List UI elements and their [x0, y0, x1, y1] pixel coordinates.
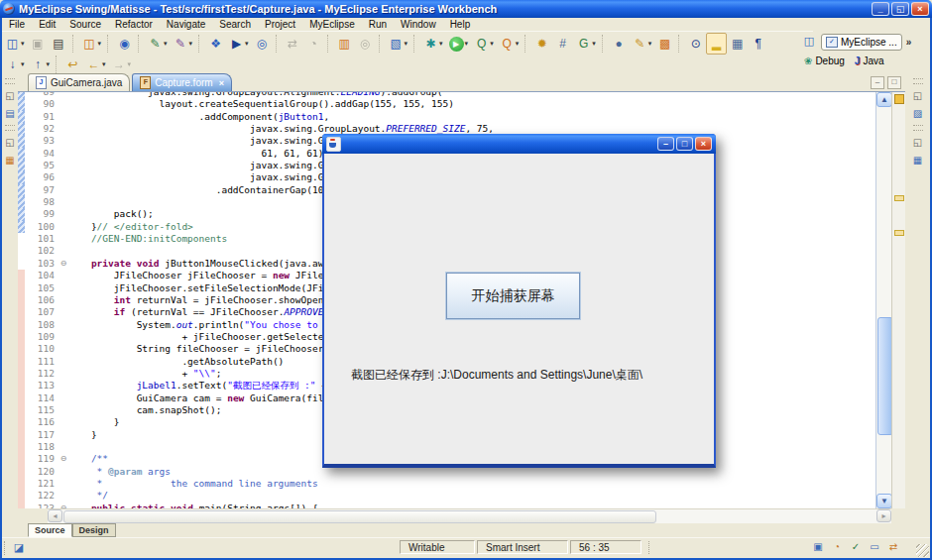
run-on-server-button[interactable]: ▶▾: [226, 33, 252, 55]
forward-button[interactable]: →▾: [109, 54, 135, 75]
hierarchy-view-button[interactable]: ▦: [3, 154, 17, 167]
new-interface-button[interactable]: ✎▾: [171, 33, 196, 55]
dropdown-arrow-icon[interactable]: ▾: [592, 40, 596, 48]
outline-view-button[interactable]: ▤: [3, 107, 17, 120]
highlight-toggle-button[interactable]: ▂: [706, 33, 727, 55]
show-whitespace-button[interactable]: ¶: [748, 33, 768, 55]
tab-design[interactable]: Design: [72, 523, 116, 537]
properties-view-button[interactable]: ▦: [911, 154, 925, 167]
search-button[interactable]: ⊙: [685, 33, 706, 55]
maximize-editor-button[interactable]: □: [887, 76, 901, 89]
annotate-button[interactable]: ✎▾: [630, 33, 655, 55]
menu-search[interactable]: Search: [212, 19, 258, 30]
tab-guicamera-java[interactable]: JGuiCamera.java: [28, 73, 130, 91]
dropdown-arrow-icon[interactable]: ▾: [189, 40, 193, 48]
rail-grip[interactable]: [913, 125, 923, 131]
dropdown-arrow-icon[interactable]: ▾: [164, 40, 168, 48]
menu-help[interactable]: Help: [443, 19, 478, 30]
start-capture-button[interactable]: 开始捕获屏幕: [446, 273, 580, 319]
palette-view-button[interactable]: ▨: [911, 107, 925, 120]
web-browser-button[interactable]: ◎: [252, 33, 273, 55]
back-button[interactable]: ←▾: [83, 54, 109, 75]
dropdown-arrow-icon[interactable]: ▾: [98, 40, 102, 48]
menu-run[interactable]: Run: [362, 19, 394, 30]
console-icon[interactable]: ▣: [811, 540, 825, 554]
next-annotation-button[interactable]: ↓▾: [2, 54, 28, 75]
restore-button[interactable]: ◱: [891, 2, 909, 16]
perspective-java[interactable]: JJava: [852, 56, 887, 66]
close-tab-icon[interactable]: ×: [219, 78, 224, 88]
dropdown-arrow-icon[interactable]: ▾: [405, 40, 408, 48]
vertical-scrollbar[interactable]: ▲ ▼: [875, 92, 892, 508]
lamp-button[interactable]: ✹: [531, 33, 552, 55]
dropdown-arrow-icon[interactable]: ▾: [465, 40, 469, 48]
open-perspective-button[interactable]: ◫: [801, 35, 817, 50]
fold-marker-icon[interactable]: ⊖: [58, 258, 68, 270]
open-type-button[interactable]: ●: [609, 33, 630, 55]
dropdown-arrow-icon[interactable]: ▾: [21, 40, 25, 48]
menu-navigate[interactable]: Navigate: [160, 19, 212, 30]
overview-ruler[interactable]: [891, 92, 905, 508]
myeclipse-browser-button[interactable]: ◉: [114, 33, 135, 55]
fold-marker-icon[interactable]: ⊖: [58, 453, 68, 465]
sync-button[interactable]: ⇄: [283, 33, 303, 55]
fast-view-restore-button-2[interactable]: ◱: [3, 136, 17, 149]
fast-view-toggle-icon[interactable]: ◪: [12, 540, 26, 554]
scroll-down-icon[interactable]: ▼: [876, 494, 892, 508]
external-tools-button[interactable]: ✱▾: [420, 33, 446, 55]
menu-project[interactable]: Project: [258, 19, 302, 30]
dropdown-arrow-icon[interactable]: ▾: [490, 40, 494, 48]
dropdown-arrow-icon[interactable]: ▾: [245, 40, 249, 48]
dropdown-arrow-icon[interactable]: ▾: [102, 60, 106, 68]
minimize-button[interactable]: _: [872, 2, 889, 16]
dropdown-arrow-icon[interactable]: ▾: [439, 40, 443, 48]
dialog-title-bar[interactable]: –□×: [322, 134, 716, 154]
generate-button[interactable]: G▾: [573, 33, 599, 55]
run-button[interactable]: ▶▾: [446, 33, 472, 55]
dropdown-arrow-icon[interactable]: ▾: [648, 40, 652, 48]
perspective-myeclipse[interactable]: ✓ MyEclipse ...: [821, 34, 902, 51]
dropdown-arrow-icon[interactable]: ▾: [47, 60, 51, 68]
tab-capture-form[interactable]: FCapture.form×: [132, 73, 232, 91]
scroll-right-icon[interactable]: ▸: [876, 509, 891, 522]
monitor-icon[interactable]: ▭: [868, 540, 881, 554]
fast-view-restore-button[interactable]: ◱: [3, 89, 17, 102]
scroll-left-icon[interactable]: ◂: [48, 509, 62, 522]
menu-file[interactable]: File: [2, 19, 32, 30]
package-button[interactable]: ▩: [654, 33, 675, 55]
rail-grip[interactable]: [5, 78, 15, 84]
run-as-button[interactable]: Q▾: [471, 33, 497, 55]
resize-grip[interactable]: [916, 544, 929, 557]
menu-window[interactable]: Window: [394, 19, 443, 30]
validation-icon[interactable]: ✓: [849, 540, 863, 554]
horizontal-scrollbar[interactable]: ◂ ▸: [48, 508, 891, 523]
scroll-up-icon[interactable]: ▲: [876, 92, 892, 107]
hourglass-icon[interactable]: ◔: [830, 540, 844, 554]
tab-source[interactable]: Source: [28, 523, 72, 537]
history-button[interactable]: ◔: [303, 33, 324, 55]
previous-annotation-button[interactable]: ↑▾: [28, 54, 54, 75]
menu-myeclipse[interactable]: MyEclipse: [302, 19, 362, 30]
menu-source[interactable]: Source: [62, 19, 108, 30]
report-button[interactable]: ▥: [334, 33, 355, 55]
attach-debugger-button[interactable]: ❖: [205, 33, 226, 55]
dropdown-arrow-icon[interactable]: ▾: [21, 60, 25, 68]
table-view-button[interactable]: ▦: [727, 33, 748, 55]
web-service-button[interactable]: ◎: [355, 33, 376, 55]
new-myeclipse-wizard-button[interactable]: ◫▾: [79, 33, 105, 55]
server-sync-icon[interactable]: ⇄: [886, 540, 900, 554]
new-wizard-button[interactable]: ◫▾: [2, 33, 28, 55]
occurrence-marker[interactable]: [894, 230, 904, 236]
dialog-maximize-button[interactable]: □: [676, 137, 693, 151]
image-capture-button[interactable]: ▧▾: [386, 33, 411, 55]
grid-button[interactable]: #: [552, 33, 573, 55]
last-edit-location-button[interactable]: ↩: [62, 54, 83, 75]
rail-grip[interactable]: [913, 78, 923, 84]
debug-as-button[interactable]: Q▾: [497, 33, 523, 55]
menu-refactor[interactable]: Refactor: [108, 19, 160, 30]
menu-edit[interactable]: Edit: [32, 19, 62, 30]
new-class-button[interactable]: ✎▾: [145, 33, 171, 55]
chevron-right-icon[interactable]: »: [906, 37, 912, 48]
fast-view-restore-button-2[interactable]: ◱: [911, 136, 925, 149]
minimize-editor-button[interactable]: –: [871, 76, 884, 89]
